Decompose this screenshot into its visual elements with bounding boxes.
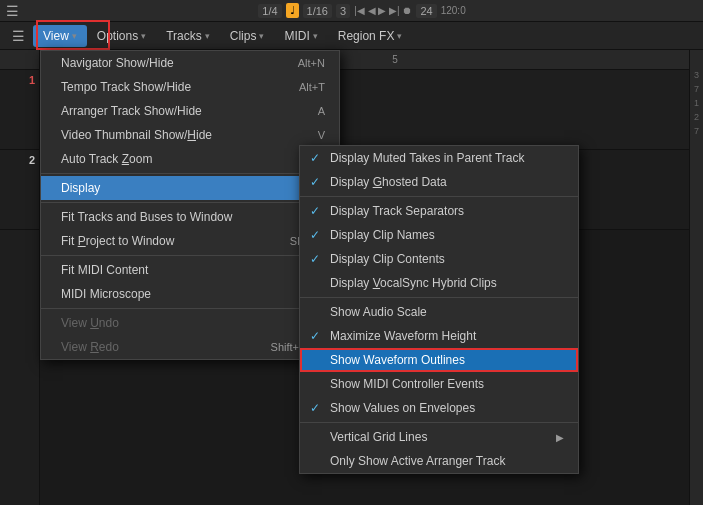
submenu-active-arranger[interactable]: ✓ Only Show Active Arranger Track bbox=[300, 449, 578, 473]
display-submenu[interactable]: ✓ Display Muted Takes in Parent Track ✓ … bbox=[299, 145, 579, 474]
sub-separator-2 bbox=[300, 297, 578, 298]
submenu-vocalsync[interactable]: ✓ Display VocalSync Hybrid Clips bbox=[300, 271, 578, 295]
menu-clips-label: Clips bbox=[230, 29, 257, 43]
check-muted-takes: ✓ bbox=[310, 151, 320, 165]
menu-regionfx-chevron: ▾ bbox=[397, 31, 402, 41]
check-maximize-waveform: ✓ bbox=[310, 329, 320, 343]
menu-tracks-chevron: ▾ bbox=[205, 31, 210, 41]
bpm-display[interactable]: 24 bbox=[416, 4, 436, 18]
menu-midi-label: MIDI bbox=[284, 29, 309, 43]
track-number-1: 1 bbox=[0, 70, 39, 150]
submenu-values-envelopes[interactable]: ✓ Show Values on Envelopes bbox=[300, 396, 578, 420]
menu-item-tempo[interactable]: Tempo Track Show/Hide Alt+T bbox=[41, 75, 339, 99]
menu-regionfx[interactable]: Region FX ▾ bbox=[328, 25, 413, 47]
menu-clips[interactable]: Clips ▾ bbox=[220, 25, 275, 47]
submenu-maximize-waveform[interactable]: ✓ Maximize Waveform Height bbox=[300, 324, 578, 348]
separator-2 bbox=[41, 202, 339, 203]
sub-separator-3 bbox=[300, 422, 578, 423]
submenu-ghosted-data[interactable]: ✓ Display Ghosted Data bbox=[300, 170, 578, 194]
menu-clips-chevron: ▾ bbox=[259, 31, 264, 41]
submenu-clip-names[interactable]: ✓ Display Clip Names bbox=[300, 223, 578, 247]
track-number-2: 2 bbox=[0, 150, 39, 230]
check-values-envelopes: ✓ bbox=[310, 401, 320, 415]
menu-item-display[interactable]: Display ▶ bbox=[41, 176, 339, 200]
menu-midi[interactable]: MIDI ▾ bbox=[274, 25, 327, 47]
submenu-midi-controller[interactable]: ✓ Show MIDI Controller Events bbox=[300, 372, 578, 396]
menu-tracks[interactable]: Tracks ▾ bbox=[156, 25, 220, 47]
menu-hamburger[interactable]: ☰ bbox=[4, 28, 33, 44]
menu-options-label: Options bbox=[97, 29, 138, 43]
menu-item-video[interactable]: Video Thumbnail Show/Hide V bbox=[41, 123, 339, 147]
view-menu[interactable]: Navigator Show/Hide Alt+N Tempo Track Sh… bbox=[40, 50, 340, 360]
check-clip-contents: ✓ bbox=[310, 252, 320, 266]
menu-options-chevron: ▾ bbox=[141, 31, 146, 41]
transport-icon: |◀ ◀ ▶ ▶| ⏺ bbox=[354, 5, 412, 16]
menu-item-fit-midi[interactable]: Fit MIDI Content bbox=[41, 258, 339, 282]
menu-item-navigator[interactable]: Navigator Show/Hide Alt+N bbox=[41, 51, 339, 75]
separator-3 bbox=[41, 255, 339, 256]
sub-separator-1 bbox=[300, 196, 578, 197]
menu-tracks-label: Tracks bbox=[166, 29, 202, 43]
menu-item-view-undo[interactable]: View Undo Alt+Z bbox=[41, 311, 339, 335]
time-display: 120:0 bbox=[441, 5, 466, 16]
menu-options[interactable]: Options ▾ bbox=[87, 25, 156, 47]
menu-item-autozoom[interactable]: Auto Track Zoom bbox=[41, 147, 339, 171]
check-ghosted-data: ✓ bbox=[310, 175, 320, 189]
menubar: ☰ View ▾ Options ▾ Tracks ▾ Clips ▾ MIDI… bbox=[0, 22, 703, 50]
grid-lines-arrow: ▶ bbox=[556, 432, 564, 443]
submenu-clip-contents[interactable]: ✓ Display Clip Contents bbox=[300, 247, 578, 271]
right-panel: 3 7 1 2 7 bbox=[689, 50, 703, 505]
menu-item-fit-tracks[interactable]: Fit Tracks and Buses to Window F bbox=[41, 205, 339, 229]
submenu-grid-lines[interactable]: ✓ Vertical Grid Lines ▶ bbox=[300, 425, 578, 449]
submenu-muted-takes[interactable]: ✓ Display Muted Takes in Parent Track bbox=[300, 146, 578, 170]
beat-display[interactable]: 3 bbox=[336, 4, 350, 18]
menu-view[interactable]: View ▾ bbox=[33, 25, 87, 47]
menu-view-chevron: ▾ bbox=[72, 31, 77, 41]
submenu-waveform-outlines[interactable]: ✓ Show Waveform Outlines bbox=[300, 348, 578, 372]
submenu-track-separators[interactable]: ✓ Display Track Separators bbox=[300, 199, 578, 223]
check-track-separators: ✓ bbox=[310, 204, 320, 218]
position-display[interactable]: 1/4 bbox=[258, 4, 281, 18]
top-toolbar: ☰ 1/4 ♩ 1/16 3 |◀ ◀ ▶ ▶| ⏺ 24 120:0 bbox=[0, 0, 703, 22]
note-value[interactable]: 1/16 bbox=[303, 4, 332, 18]
menu-item-fit-project[interactable]: Fit Project to Window Shift+F bbox=[41, 229, 339, 253]
menu-view-label: View bbox=[43, 29, 69, 43]
menu-regionfx-label: Region FX bbox=[338, 29, 395, 43]
track-headers: 1 2 bbox=[0, 50, 40, 505]
separator-1 bbox=[41, 173, 339, 174]
menu-item-arranger[interactable]: Arranger Track Show/Hide A bbox=[41, 99, 339, 123]
hamburger-icon[interactable]: ☰ bbox=[6, 3, 19, 19]
note-display[interactable]: ♩ bbox=[286, 3, 299, 18]
separator-4 bbox=[41, 308, 339, 309]
menu-item-midi-microscope[interactable]: MIDI Microscope bbox=[41, 282, 339, 306]
menu-item-view-redo[interactable]: View Redo Shift+Alt+Z bbox=[41, 335, 339, 359]
check-clip-names: ✓ bbox=[310, 228, 320, 242]
submenu-audio-scale[interactable]: ✓ Show Audio Scale bbox=[300, 300, 578, 324]
menu-midi-chevron: ▾ bbox=[313, 31, 318, 41]
